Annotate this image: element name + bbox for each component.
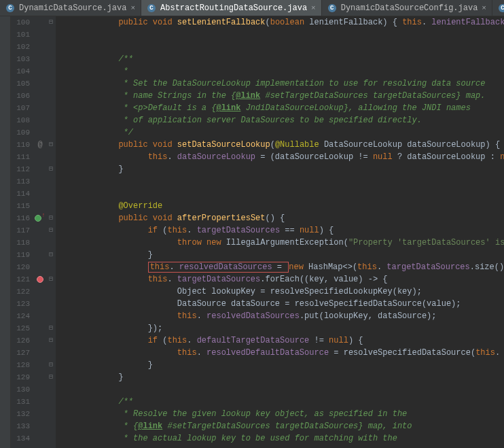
fold-toggle[interactable]: ⊟ bbox=[46, 322, 56, 334]
gutter-marker[interactable] bbox=[34, 65, 46, 77]
gutter-marker[interactable] bbox=[34, 77, 46, 90]
fold-toggle bbox=[46, 200, 56, 212]
gutter-marker[interactable] bbox=[34, 237, 46, 249]
code-line[interactable]: */ bbox=[60, 126, 504, 139]
code-line[interactable]: if (this. defaultTargetDataSource != nul… bbox=[60, 334, 504, 347]
code-line[interactable]: /** bbox=[60, 396, 504, 408]
gutter-marker[interactable] bbox=[34, 396, 46, 408]
fold-toggle bbox=[46, 237, 56, 249]
gutter-marker[interactable] bbox=[34, 310, 46, 322]
code-line[interactable]: this. resolvedDataSources = new HashMap<… bbox=[60, 261, 504, 273]
code-line[interactable] bbox=[60, 188, 504, 200]
tab-2[interactable]: CDynamicDataSourceConfig.java× bbox=[322, 0, 492, 16]
code-line[interactable]: } bbox=[60, 163, 504, 175]
gutter-marker[interactable] bbox=[34, 298, 46, 310]
line-number-gutter: 1001011021031041051061071081091101111121… bbox=[11, 16, 34, 448]
code-line[interactable]: public void setDataSourceLookup(@Nullabl… bbox=[60, 139, 504, 151]
code-line[interactable]: } bbox=[60, 371, 504, 383]
code-line[interactable]: @Override bbox=[60, 200, 504, 212]
gutter-marker[interactable] bbox=[34, 286, 46, 298]
gutter-marker[interactable] bbox=[34, 29, 46, 41]
code-line[interactable]: this. resolvedDataSources.put(lookupKey,… bbox=[60, 310, 504, 322]
gutter-marker[interactable] bbox=[34, 188, 46, 200]
code-line[interactable]: Object lookupKey = resolveSpecifiedLooku… bbox=[60, 286, 504, 298]
code-line[interactable]: if (this. targetDataSources == null) { bbox=[60, 224, 504, 237]
fold-toggle[interactable]: ⊟ bbox=[46, 224, 56, 237]
breakpoint-icon bbox=[37, 276, 43, 283]
gutter-marker[interactable] bbox=[34, 41, 46, 53]
fold-toggle[interactable]: ⊟ bbox=[46, 163, 56, 175]
gutter-marker[interactable]: @ bbox=[34, 139, 46, 151]
code-line[interactable]: * {@link #setTargetDataSources targetDat… bbox=[60, 420, 504, 432]
gutter-marker[interactable] bbox=[34, 102, 46, 114]
gutter-marker[interactable] bbox=[34, 273, 46, 286]
code-line[interactable]: } bbox=[60, 249, 504, 261]
gutter-marker[interactable] bbox=[34, 371, 46, 383]
code-line[interactable]: DataSource dataSource = resolveSpecified… bbox=[60, 298, 504, 310]
gutter-marker[interactable] bbox=[34, 420, 46, 432]
line-number: 112 bbox=[11, 163, 30, 175]
gutter-marker[interactable] bbox=[34, 224, 46, 237]
gutter-marker[interactable] bbox=[34, 126, 46, 139]
code-line[interactable]: * Set the DataSourceLookup implementatio… bbox=[60, 77, 504, 90]
close-icon[interactable]: × bbox=[130, 4, 135, 12]
gutter-marker[interactable] bbox=[34, 175, 46, 188]
gutter-marker[interactable] bbox=[34, 408, 46, 420]
code-line[interactable]: this. dataSourceLookup = (dataSourceLook… bbox=[60, 151, 504, 163]
fold-toggle[interactable]: ⊟ bbox=[46, 212, 56, 224]
line-number: 131 bbox=[11, 396, 30, 408]
code-line[interactable]: * name Strings in the {@link #setTargetD… bbox=[60, 90, 504, 102]
gutter-marker[interactable] bbox=[34, 53, 46, 65]
code-line[interactable] bbox=[60, 175, 504, 188]
gutter-marker[interactable] bbox=[34, 383, 46, 396]
gutter-marker[interactable] bbox=[34, 347, 46, 359]
tab-label: AbstractRoutingDataSource.java bbox=[160, 3, 307, 13]
code-line[interactable]: } bbox=[60, 359, 504, 371]
code-area[interactable]: public void setLenientFallback(boolean l… bbox=[56, 16, 504, 448]
code-line[interactable]: * bbox=[60, 65, 504, 77]
code-line[interactable] bbox=[60, 29, 504, 41]
tab-1[interactable]: CAbstractRoutingDataSource.java× bbox=[141, 0, 322, 16]
fold-toggle[interactable]: ⊟ bbox=[46, 16, 56, 29]
close-icon[interactable]: × bbox=[311, 4, 316, 12]
code-line[interactable]: }); bbox=[60, 322, 504, 334]
fold-toggle[interactable]: ⊟ bbox=[46, 371, 56, 383]
code-line[interactable]: * <p>Default is a {@link JndiDataSourceL… bbox=[60, 102, 504, 114]
code-line[interactable] bbox=[60, 383, 504, 396]
gutter-marker[interactable] bbox=[34, 334, 46, 347]
close-icon[interactable]: × bbox=[482, 4, 486, 12]
gutter-marker[interactable] bbox=[34, 432, 46, 445]
fold-toggle[interactable]: ⊟ bbox=[46, 249, 56, 261]
gutter-marker[interactable] bbox=[34, 163, 46, 175]
code-line[interactable]: public void afterPropertiesSet() { bbox=[60, 212, 504, 224]
fold-toggle[interactable]: ⊟ bbox=[46, 273, 56, 286]
code-line[interactable]: this. targetDataSources.forEach((key, va… bbox=[60, 273, 504, 286]
code-line[interactable]: /** bbox=[60, 53, 504, 65]
code-line[interactable]: this. resolvedDefaultDataSource = resolv… bbox=[60, 347, 504, 359]
gutter-marker[interactable] bbox=[34, 151, 46, 163]
gutter-marker[interactable] bbox=[34, 359, 46, 371]
fold-toggle bbox=[46, 420, 56, 432]
gutter-marker[interactable] bbox=[34, 261, 46, 273]
tab-label: DynamicDataSourceConfig.java bbox=[341, 3, 478, 13]
code-line[interactable]: * the actual lookup key to be used for m… bbox=[60, 432, 504, 445]
gutter-marker[interactable]: ↑ bbox=[34, 212, 46, 224]
gutter-marker[interactable] bbox=[34, 16, 46, 29]
activity-bar bbox=[0, 16, 11, 448]
fold-toggle[interactable]: ⊟ bbox=[46, 359, 56, 371]
gutter-marker[interactable] bbox=[34, 249, 46, 261]
code-line[interactable]: * Resolve the given lookup key object, a… bbox=[60, 408, 504, 420]
code-line[interactable]: throw new IllegalArgumentException("Prop… bbox=[60, 237, 504, 249]
gutter-marker[interactable] bbox=[34, 90, 46, 102]
gutter-marker[interactable] bbox=[34, 322, 46, 334]
code-line[interactable]: public void setLenientFallback(boolean l… bbox=[60, 16, 504, 29]
line-number: 117 bbox=[11, 224, 30, 237]
fold-toggle[interactable]: ⊟ bbox=[46, 139, 56, 151]
code-line[interactable] bbox=[60, 41, 504, 53]
code-line[interactable]: * of application server DataSources to b… bbox=[60, 114, 504, 126]
line-number: 111 bbox=[11, 151, 30, 163]
gutter-marker[interactable] bbox=[34, 114, 46, 126]
fold-toggle[interactable]: ⊟ bbox=[46, 334, 56, 347]
tab-3[interactable]: CDataSo bbox=[492, 0, 504, 16]
tab-0[interactable]: CDynamicDataSource.java× bbox=[0, 0, 141, 16]
